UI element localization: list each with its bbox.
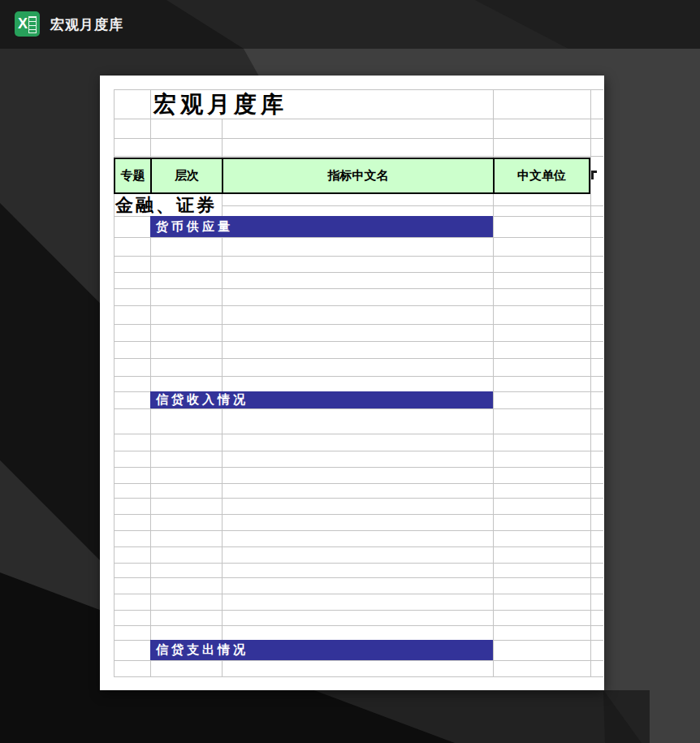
- clipped-next-column-border: [591, 171, 594, 179]
- table-header-row: 专题 层次 指标中文名 中文单位: [114, 158, 590, 194]
- screenshot-root: X 宏观月度库 宏观月度库 专题 层次 指标中文名 中文单位 金融、证券 货币供…: [0, 0, 700, 743]
- header-cell-topic: 专题: [115, 159, 152, 192]
- banner-money-supply: 货币供应量: [150, 216, 493, 237]
- background-bottom-band: [0, 690, 650, 743]
- background-dark-chevron: [0, 203, 100, 560]
- titlebar-title: 宏观月度库: [50, 0, 123, 49]
- page-corner-shadow: [568, 690, 650, 743]
- section-label: 金融、证券: [115, 194, 217, 216]
- header-cell-unit: 中文单位: [495, 159, 589, 192]
- header-cell-level: 层次: [152, 159, 223, 192]
- spreadsheet-page: 宏观月度库 专题 层次 指标中文名 中文单位 金融、证券 货币供应量 信贷收入情…: [100, 76, 604, 690]
- sheet-title: 宏观月度库: [153, 90, 287, 119]
- header-cell-indicator: 指标中文名: [223, 159, 495, 192]
- banner-credit-outgo: 信贷支出情况: [150, 640, 493, 660]
- excel-icon-sheet: [28, 16, 37, 33]
- excel-icon-x: X: [18, 15, 28, 32]
- excel-icon: X: [15, 11, 40, 37]
- banner-credit-income: 信贷收入情况: [150, 391, 493, 408]
- titlebar: X 宏观月度库: [0, 0, 700, 49]
